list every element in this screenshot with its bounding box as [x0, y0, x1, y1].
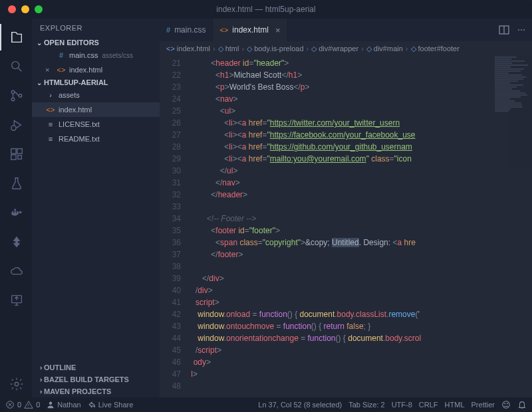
source-control-icon[interactable]	[0, 82, 32, 109]
breadcrumb-label: html	[225, 45, 239, 52]
tree-icon[interactable]	[0, 229, 32, 255]
svg-point-1	[11, 90, 15, 94]
breadcrumb-icon: <>	[166, 45, 175, 52]
file-icon: <>	[45, 106, 56, 114]
settings-icon[interactable]	[0, 371, 32, 397]
maximize-window-button[interactable]	[35, 5, 43, 13]
status-eol[interactable]: CRLF	[419, 401, 438, 409]
close-icon[interactable]: ×	[45, 66, 56, 74]
breadcrumb-item[interactable]: ◇footer#footer	[411, 45, 460, 53]
file-icon: #	[166, 26, 170, 34]
open-editors-header[interactable]: ⌄OPEN EDITORS	[32, 37, 160, 48]
sidebar: EXPLORER ⌄OPEN EDITORS #main.cssassets/c…	[32, 19, 160, 397]
folder-item[interactable]: ›assets	[32, 88, 160, 102]
status-language[interactable]: HTML	[445, 401, 465, 409]
svg-point-20	[507, 403, 507, 404]
svg-rect-8	[18, 155, 22, 159]
svg-rect-11	[17, 211, 19, 213]
file-icon: ≡	[45, 120, 56, 128]
breadcrumb-item[interactable]: ◇body.is-preload	[247, 45, 303, 53]
chevron-right-icon: ›	[361, 45, 364, 52]
file-icon: <>	[56, 66, 66, 74]
chevron-right-icon: ⌄	[36, 387, 43, 396]
window-title: index.html — html5up-aerial	[216, 5, 315, 14]
file-path: assets/css	[102, 52, 133, 59]
section-label: MAVEN PROJECTS	[44, 387, 111, 395]
svg-rect-10	[14, 211, 16, 213]
svg-rect-12	[14, 209, 16, 211]
tab-label: main.css	[174, 25, 205, 35]
status-formatter[interactable]: Prettier	[471, 401, 495, 409]
titlebar: index.html — html5up-aerial	[0, 0, 532, 19]
breadcrumb-item[interactable]: <>index.html	[166, 45, 210, 52]
status-feedback-icon[interactable]	[501, 400, 511, 409]
file-item[interactable]: ≡README.txt	[32, 132, 160, 146]
svg-point-18	[503, 401, 510, 409]
test-icon[interactable]	[0, 170, 32, 197]
chevron-right-icon: ⌄	[36, 375, 43, 384]
status-tabsize[interactable]: Tab Size: 2	[348, 401, 384, 409]
breadcrumb-label: body.is-preload	[254, 45, 303, 52]
file-icon: #	[56, 51, 66, 59]
breadcrumb-label: div#wrapper	[319, 45, 358, 52]
collapsed-section[interactable]: ⌄OUTLINE	[32, 361, 160, 373]
code-area[interactable]: <header id="header"> <h1>Michael Scott</…	[189, 56, 492, 397]
status-liveshare[interactable]: Live Share	[88, 401, 134, 409]
share-icon[interactable]	[0, 287, 32, 314]
file-icon: <>	[219, 26, 228, 34]
item-name: assets	[59, 91, 80, 99]
folder-header[interactable]: ⌄HTML5UP-AERIAL	[32, 77, 160, 88]
minimap[interactable]	[492, 56, 532, 397]
status-position[interactable]: Ln 37, Col 52 (8 selected)	[258, 401, 342, 409]
close-icon[interactable]: ×	[275, 25, 281, 35]
collapsed-section[interactable]: ⌄MAVEN PROJECTS	[32, 385, 160, 397]
svg-point-0	[12, 62, 19, 69]
split-editor-icon[interactable]	[499, 25, 509, 35]
explorer-icon[interactable]	[0, 24, 32, 51]
breadcrumb[interactable]: <>index.html›◇html›◇body.is-preload›◇div…	[160, 41, 532, 56]
tab[interactable]: <>index.html×	[213, 19, 287, 41]
file-item[interactable]: ≡LICENSE.txt	[32, 117, 160, 132]
file-name: main.css	[69, 51, 98, 59]
svg-point-4	[11, 126, 16, 130]
breadcrumb-label: index.html	[177, 45, 210, 52]
debug-icon[interactable]	[0, 112, 32, 138]
close-window-button[interactable]	[8, 5, 16, 13]
tab[interactable]: #main.css	[160, 19, 213, 41]
svg-point-14	[15, 382, 19, 386]
status-encoding[interactable]: UTF-8	[392, 401, 412, 409]
breadcrumb-icon: ◇	[311, 45, 317, 53]
svg-rect-9	[12, 211, 14, 213]
breadcrumb-item[interactable]: ◇html	[218, 45, 239, 53]
statusbar: 0 0 Nathan Live Share Ln 37, Col 52 (8 s…	[0, 397, 532, 412]
file-item[interactable]: <>index.html	[32, 102, 160, 117]
section-label: BAZEL BUILD TARGETS	[44, 375, 129, 383]
chevron-right-icon: ›	[307, 45, 309, 52]
search-icon[interactable]	[0, 53, 32, 80]
file-icon: ≡	[45, 135, 56, 143]
open-editor-item[interactable]: #main.cssassets/css	[32, 48, 160, 62]
tabs: #main.css<>index.html× ⋯	[160, 19, 532, 41]
minimize-window-button[interactable]	[21, 5, 29, 13]
chevron-right-icon: ⌄	[36, 363, 43, 372]
chevron-right-icon: ›	[406, 45, 408, 52]
svg-rect-5	[11, 149, 16, 154]
docker-icon[interactable]	[0, 199, 32, 226]
status-problems[interactable]: 0 0	[5, 400, 40, 409]
chevron-right-icon: ›	[45, 91, 56, 99]
open-editor-item[interactable]: ×<>index.html	[32, 62, 160, 77]
status-bell-icon[interactable]	[517, 400, 527, 409]
status-user[interactable]: Nathan	[47, 401, 80, 409]
extensions-icon[interactable]	[0, 141, 32, 167]
folder-label: HTML5UP-AERIAL	[44, 78, 108, 86]
collapsed-section[interactable]: ⌄BAZEL BUILD TARGETS	[32, 373, 160, 385]
breadcrumb-item[interactable]: ◇div#main	[366, 45, 403, 53]
cloud-icon[interactable]	[0, 258, 32, 284]
chevron-right-icon: ›	[213, 45, 215, 52]
more-icon[interactable]: ⋯	[517, 25, 525, 35]
editor[interactable]: 2122232425262728293031323334353637383940…	[160, 56, 532, 397]
breadcrumb-icon: ◇	[247, 45, 252, 53]
breadcrumb-item[interactable]: ◇div#wrapper	[311, 45, 358, 53]
svg-point-19	[505, 403, 505, 404]
item-name: index.html	[59, 106, 92, 114]
